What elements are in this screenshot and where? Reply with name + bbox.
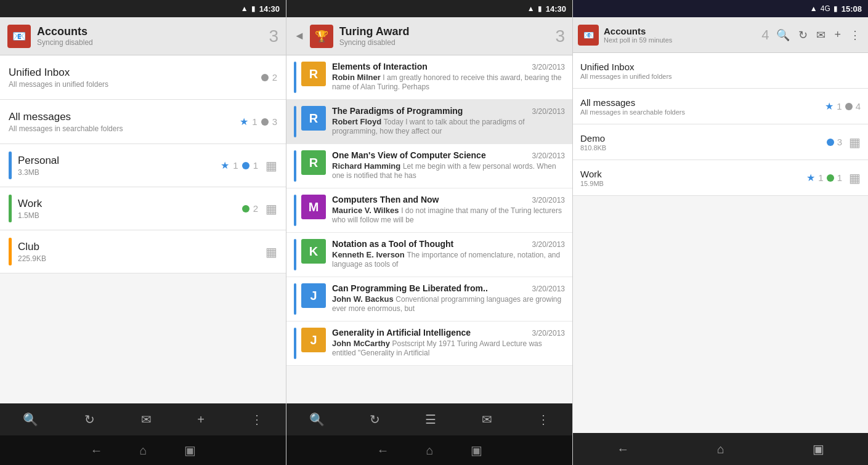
left-recents-button[interactable]: ▣	[184, 443, 196, 458]
middle-search-button[interactable]: 🔍	[304, 407, 330, 432]
right-folder-work[interactable]: Work 15.9MB ★ 1 1 ▦	[573, 160, 868, 196]
email-4-date: 3/20/2013	[532, 240, 565, 249]
email-1-date: 3/20/2013	[532, 107, 565, 116]
right-all-messages-row[interactable]: All messages All messages in searchable …	[573, 89, 868, 124]
middle-header-count: 3	[555, 26, 565, 46]
right-work-name: Work	[580, 169, 806, 179]
right-toolbar: ← ⌂ ▣	[573, 433, 868, 465]
right-unified-inbox-name: Unified Inbox	[580, 62, 861, 72]
email-1-body: The Paradigms of Programming 3/20/2013 R…	[332, 106, 565, 135]
left-search-button[interactable]: 🔍	[18, 407, 43, 432]
middle-header-subtitle: Syncing disabled	[339, 38, 556, 47]
unified-inbox-desc: All messages in unified folders	[9, 80, 261, 89]
left-header-title: Accounts	[37, 25, 269, 38]
right-all-messages-name: All messages	[580, 97, 825, 108]
left-header: 📧 Accounts Syncing disabled 3	[0, 17, 286, 55]
right-all-messages-info: All messages All messages in searchable …	[580, 97, 825, 116]
email-6-sender: John McCarthy Postscript My 1971 Turing …	[332, 339, 565, 357]
right-wifi-icon: ▲	[810, 4, 817, 13]
right-compose-icon[interactable]: ✉	[814, 26, 828, 44]
right-search-icon[interactable]: 🔍	[774, 26, 792, 44]
middle-filter-button[interactable]: ☰	[420, 407, 441, 432]
email-4-subject: Notation as a Tool of Thought	[332, 239, 527, 249]
left-status-bar: ▲ ▮ 14:30	[0, 0, 286, 17]
email-2-sender: Richard Hamming Let me begin with a few …	[332, 161, 565, 180]
email-item-1[interactable]: R The Paradigms of Programming 3/20/2013…	[286, 100, 572, 144]
right-status-bar: ▲ 4G ▮ 15:08	[573, 0, 868, 17]
right-home-nav-button[interactable]: ⌂	[712, 437, 729, 461]
right-header: 📧 Accounts Next poll in 59 minutes 4 🔍 ↻…	[573, 17, 868, 53]
right-unified-inbox-desc: All messages in unified folders	[580, 73, 861, 80]
folder-club[interactable]: Club 225.9KB ▦	[0, 230, 286, 273]
email-item-4[interactable]: K Notation as a Tool of Thought 3/20/201…	[286, 233, 572, 277]
personal-dot	[242, 162, 249, 169]
right-unified-inbox-row[interactable]: Unified Inbox All messages in unified fo…	[573, 53, 868, 89]
unified-inbox-dot	[261, 74, 269, 81]
email-item-3[interactable]: M Computers Then and Now 3/20/2013 Mauri…	[286, 188, 572, 233]
left-compose-button[interactable]: ✉	[136, 407, 156, 432]
club-badges: ▦	[262, 245, 277, 259]
personal-accent	[9, 152, 12, 179]
middle-back-button[interactable]: ←	[376, 443, 389, 458]
middle-more-button[interactable]: ⋮	[532, 407, 554, 432]
email-item-2[interactable]: R One Man's View of Computer Science 3/2…	[286, 144, 572, 188]
right-all-messages-badges: ★ 1 4	[825, 100, 861, 112]
right-back-nav-button[interactable]: ←	[612, 437, 634, 461]
work-accent	[9, 195, 12, 222]
email-item-0[interactable]: R Elements of Interaction 3/20/2013 Robi…	[286, 55, 572, 100]
right-4g-icon: 4G	[821, 4, 830, 13]
left-back-button[interactable]: ←	[90, 443, 102, 458]
middle-nav-bar: ← ⌂ ▣	[286, 435, 572, 465]
left-nav-bar: ← ⌂ ▣	[0, 435, 286, 465]
email-4-avatar: K	[301, 239, 326, 264]
unified-inbox-row[interactable]: Unified Inbox All messages in unified fo…	[0, 55, 286, 100]
right-header-info: Accounts Next poll in 59 minutes	[604, 26, 756, 44]
right-recents-nav-button[interactable]: ▣	[808, 437, 829, 461]
unified-inbox-info: Unified Inbox All messages in unified fo…	[9, 67, 261, 89]
right-status-icons: ▲ 4G ▮	[810, 4, 838, 13]
folder-personal[interactable]: Personal 3.3MB ★ 1 1 ▦	[0, 144, 286, 187]
unified-inbox-name: Unified Inbox	[9, 67, 261, 79]
right-all-messages-count: 4	[856, 101, 861, 111]
work-name: Work	[18, 198, 242, 210]
right-work-count: 1	[837, 172, 842, 183]
email-item-5[interactable]: J Can Programming Be Liberated from.. 3/…	[286, 277, 572, 321]
left-add-button[interactable]: +	[192, 408, 209, 432]
right-work-info: Work 15.9MB	[580, 169, 806, 187]
middle-refresh-button[interactable]: ↻	[365, 407, 385, 432]
right-add-icon[interactable]: +	[832, 26, 843, 44]
middle-back-arrow[interactable]: ◄	[294, 30, 305, 42]
all-messages-star: ★	[240, 116, 248, 127]
right-more-icon[interactable]: ⋮	[847, 26, 863, 44]
email-0-subject: Elements of Interaction	[332, 62, 527, 71]
email-1-sender: Robert Floyd Today I want to talk about …	[332, 117, 565, 135]
middle-home-button[interactable]: ⌂	[426, 443, 433, 458]
email-item-6[interactable]: J Generality in Artificial Intelligence …	[286, 321, 572, 366]
right-demo-folder-icon: ▦	[849, 135, 861, 150]
work-info: Work 1.5MB	[18, 198, 242, 220]
club-size: 225.9KB	[18, 254, 262, 263]
email-5-subject: Can Programming Be Liberated from..	[332, 283, 527, 293]
email-4-top: Notation as a Tool of Thought 3/20/2013	[332, 239, 565, 249]
middle-recents-button[interactable]: ▣	[471, 443, 482, 458]
right-work-star: ★	[806, 172, 815, 184]
left-refresh-button[interactable]: ↻	[79, 407, 100, 432]
club-accent	[9, 238, 12, 265]
email-6-top: Generality in Artificial Intelligence 3/…	[332, 328, 565, 338]
left-header-subtitle: Syncing disabled	[37, 38, 269, 47]
middle-compose-button[interactable]: ✉	[477, 407, 497, 432]
email-3-sender: Maurice V. Wilkes I do not imagine that …	[332, 206, 565, 224]
folder-work[interactable]: Work 1.5MB 2 ▦	[0, 187, 286, 230]
left-home-button[interactable]: ⌂	[139, 443, 147, 458]
left-more-button[interactable]: ⋮	[246, 407, 268, 432]
email-4-accent	[294, 239, 296, 270]
battery-icon: ▮	[251, 4, 256, 13]
email-1-accent	[294, 106, 296, 137]
email-5-body: Can Programming Be Liberated from.. 3/20…	[332, 283, 565, 313]
email-list: R Elements of Interaction 3/20/2013 Robi…	[286, 55, 572, 403]
email-6-accent	[294, 328, 296, 359]
right-folder-demo[interactable]: Demo 810.8KB 3 ▦	[573, 124, 868, 160]
all-messages-row[interactable]: All messages All messages in searchable …	[0, 100, 286, 144]
right-work-star-count: 1	[818, 172, 823, 183]
right-refresh-icon[interactable]: ↻	[796, 26, 810, 44]
